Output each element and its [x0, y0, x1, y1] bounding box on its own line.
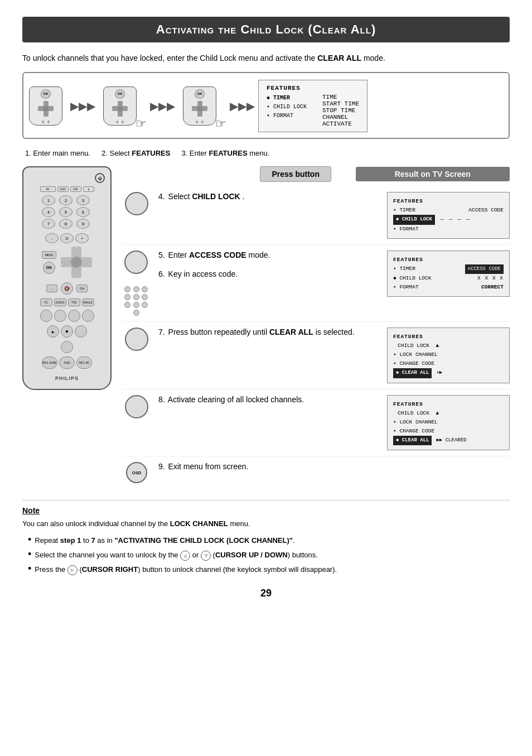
disc-btn-4[interactable]: [82, 310, 94, 322]
angle-btn[interactable]: ANGLE: [82, 298, 94, 306]
incl-subl[interactable]: INCL SUBL: [42, 357, 57, 369]
result-7: FEATURES CHILD LOCK ▲ ▪ LOCK CHANNEL ▪ C…: [387, 328, 510, 383]
btn-smart-minus[interactable]: -: [45, 233, 59, 243]
cursor-up-icon: △: [180, 551, 190, 561]
mute-btn[interactable]: 🔇: [61, 282, 73, 295]
tv56-row3: ▪ FORMAT CORRECT: [393, 283, 504, 292]
remote-mini-1: OK + +: [29, 86, 62, 126]
btn-8[interactable]: 8: [59, 219, 72, 229]
steps-results-area: Press button Result on TV Screen 4. Sele…: [123, 166, 510, 489]
note-text: You can also unlock individual channel b…: [22, 518, 510, 530]
result-56: FEATURES ▪ TIMER ACCESS CODE ◆ CHILD LOC…: [387, 251, 510, 297]
intro-bold: CLEAR ALL: [317, 54, 361, 62]
step-row-7: 7. Press button repeatedly until CLEAR A…: [123, 322, 510, 389]
incl-osd[interactable]: OSD: [59, 357, 75, 369]
tv-screen-7: FEATURES CHILD LOCK ▲ ▪ LOCK CHANNEL ▪ C…: [387, 328, 510, 383]
smart-row: - 0 +: [45, 233, 89, 243]
cursor-down-icon: ▽: [201, 551, 211, 561]
tv-menu-title: FEATURES: [267, 85, 359, 92]
disc-btn-6[interactable]: ⏹: [61, 325, 73, 338]
tv-menu-stop: STOP TIME: [322, 107, 359, 114]
btn-2[interactable]: 2: [59, 195, 72, 205]
kp-2: [133, 286, 139, 292]
btn-5[interactable]: 5: [59, 207, 72, 217]
result-header: Result on TV Screen: [356, 167, 510, 181]
result-4: FEATURES ▪ TIMER ACCESS CODE ◆ CHILD LOC…: [387, 192, 510, 239]
arrow-2: ▶▶▶: [150, 99, 175, 113]
btn-7[interactable]: 7: [42, 219, 55, 229]
osd-top-btn[interactable]: OSD: [57, 186, 69, 192]
ch-btn[interactable]: CH: [76, 285, 88, 292]
menu-btn[interactable]: MENU: [42, 251, 56, 259]
nav-center[interactable]: [71, 257, 82, 268]
step-row-56: 5. Enter ACCESS CODE mode. 6. Key in acc…: [123, 245, 510, 322]
func-btns-row: TC AUDIO TTE ANGLE: [40, 298, 94, 306]
tv-screen-4: FEATURES ▪ TIMER ACCESS CODE ◆ CHILD LOC…: [387, 192, 510, 239]
note-bullet-1: • Repeat step 1 to 7 as in "ACTIVATING T…: [28, 535, 510, 547]
btn-6[interactable]: 6: [76, 207, 90, 217]
tv8-row2: ▪ CHANGE CODE: [393, 427, 504, 436]
nav-cross-mini-1: [37, 101, 54, 117]
incl-rc[interactable]: INCL RC: [76, 357, 92, 369]
main-content: ⏻ AV OSD FAV ℹ 1 2 3 4 5 6 7 8 9 - 0 + M…: [22, 166, 510, 489]
disc-btn-8[interactable]: [61, 341, 73, 353]
tv-menu-child-lock: ▪ CHILD LOCK: [267, 103, 317, 112]
tv8-sub: CHILD LOCK ▲: [398, 409, 504, 418]
arrow-3: ▶▶▶: [230, 99, 255, 113]
btn-0[interactable]: 0: [60, 233, 74, 243]
btn-3[interactable]: 3: [76, 195, 90, 205]
disc-btn-5[interactable]: ▶: [47, 325, 59, 338]
av-btn[interactable]: AV: [40, 186, 56, 192]
step-5-btn[interactable]: [124, 251, 148, 274]
step-8-text: 8. Activate clearing of all locked chann…: [158, 395, 379, 404]
tv-menu-start: START TIME: [322, 100, 359, 107]
tv7-row1: ▪ LOCK CHANNEL: [393, 350, 504, 359]
hand-icon-2: ☞: [215, 117, 226, 131]
vol-minus[interactable]: -: [46, 285, 57, 292]
disc-btn-3[interactable]: [68, 310, 80, 322]
step-8-icon-area: [123, 395, 151, 418]
cursor-right-icon: ▷: [67, 565, 78, 575]
info-btn[interactable]: ℹ: [83, 186, 94, 192]
remote-mini-2: OK + +: [103, 86, 137, 126]
disc-btn-1[interactable]: [40, 310, 52, 322]
btn-1[interactable]: 1: [42, 195, 55, 205]
step-4-btn[interactable]: [125, 192, 148, 215]
step-5-text: 5. Enter ACCESS CODE mode.: [158, 251, 379, 259]
hand-icon-1: ☞: [136, 117, 147, 131]
intro-paragraph: To unlock channels that you have locked,…: [22, 52, 510, 64]
tv8-row3: ◆ CLEAR ALL ▶▶ CLEARED: [393, 436, 504, 445]
page-title-box: Activating the Child Lock (Clear All): [22, 17, 510, 42]
step-8-btn[interactable]: [125, 395, 148, 418]
step-labels: 1. Enter main menu. 2. Select FEATURES 3…: [22, 149, 510, 157]
disc-btn-7[interactable]: [75, 325, 87, 338]
tv-menu-time: TIME: [322, 94, 359, 100]
btn-smart-plus[interactable]: +: [75, 233, 89, 243]
plus-btn-left: +: [41, 119, 45, 125]
power-btn[interactable]: ⏻: [95, 173, 105, 183]
note-bullet-3: • Press the ▷ (CURSOR RIGHT) button to u…: [28, 564, 510, 576]
disc-btns-row-3: [61, 341, 73, 353]
disc-btns-row-2: ▶ ⏹: [47, 325, 87, 338]
plus-btn-r2: +: [121, 119, 124, 125]
note-bullet-2: • Select the channel you want to unlock …: [28, 549, 510, 561]
step-7-icon-area: [123, 328, 151, 351]
kp-6: [142, 294, 148, 300]
remote-large: ⏻ AV OSD FAV ℹ 1 2 3 4 5 6 7 8 9 - 0 + M…: [22, 166, 112, 390]
audio-btn[interactable]: AUDIO: [54, 298, 66, 306]
ok-btn-mini-3: OK: [195, 89, 205, 99]
osd-btn[interactable]: OSD: [126, 462, 147, 483]
fav-btn[interactable]: FAV: [70, 186, 81, 192]
btn-9[interactable]: 9: [76, 219, 90, 229]
tte-btn[interactable]: TTE: [68, 298, 80, 306]
disc-btns-row: [40, 310, 94, 322]
step-7-btn[interactable]: [125, 328, 148, 351]
tc-btn[interactable]: TC: [40, 298, 52, 306]
nav-area: MENU OK: [42, 247, 92, 278]
page-number: 29: [22, 588, 510, 599]
step-row-8: 8. Activate clearing of all locked chann…: [123, 389, 510, 457]
step-label-1: 1. Enter main menu.: [25, 149, 90, 157]
ok-btn-large[interactable]: OK: [43, 262, 55, 274]
disc-btn-2[interactable]: [54, 310, 66, 322]
btn-4[interactable]: 4: [42, 207, 55, 217]
